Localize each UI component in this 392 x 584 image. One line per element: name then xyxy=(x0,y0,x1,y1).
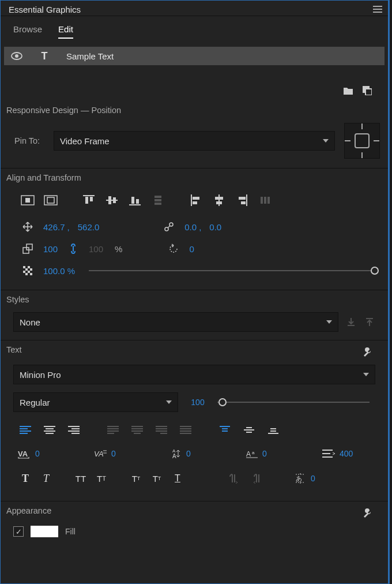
anchor-y[interactable]: 0.0 xyxy=(209,222,221,232)
bold-icon[interactable]: T xyxy=(18,471,33,486)
tab-browse[interactable]: Browse xyxy=(13,24,42,39)
ltr-icon[interactable] xyxy=(225,471,240,486)
fill-checkbox[interactable] xyxy=(13,526,24,537)
allcaps-icon[interactable]: TT xyxy=(73,471,88,486)
font-weight-value: Regular xyxy=(20,398,50,407)
justify-right-icon[interactable] xyxy=(154,422,169,437)
justify-center-icon[interactable] xyxy=(130,422,145,437)
pin-to-dropdown[interactable]: Video Frame xyxy=(54,131,335,151)
align-right-icon[interactable] xyxy=(235,193,250,208)
underline-icon[interactable]: T xyxy=(170,471,185,486)
wrench-icon[interactable] xyxy=(361,507,373,519)
scale-icon[interactable] xyxy=(20,241,35,256)
tab-edit[interactable]: Edit xyxy=(58,24,73,39)
vtext-align-mid-icon[interactable] xyxy=(242,422,257,437)
style-push-down-icon[interactable] xyxy=(346,317,357,327)
align-hcenter-icon[interactable] xyxy=(212,193,227,208)
svg-rect-11 xyxy=(90,197,93,201)
align-bottom-icon[interactable] xyxy=(127,193,142,208)
scale-percent: % xyxy=(115,244,122,254)
font-dropdown[interactable]: Minion Pro xyxy=(13,365,375,384)
svg-rect-8 xyxy=(47,197,54,203)
svg-rect-31 xyxy=(264,197,266,204)
font-size-value[interactable]: 100 xyxy=(191,398,204,407)
style-push-up-icon[interactable] xyxy=(365,317,375,327)
layer-row[interactable]: T Sample Text xyxy=(4,47,385,65)
svg-rect-38 xyxy=(23,266,25,268)
opacity-slider[interactable] xyxy=(89,270,375,271)
align-vcenter-icon[interactable] xyxy=(104,193,119,208)
font-size-slider[interactable] xyxy=(217,402,370,403)
svg-rect-36 xyxy=(23,248,29,253)
appearance-section: Appearance Fill xyxy=(1,501,388,545)
svg-point-1 xyxy=(15,54,18,58)
align-top-icon[interactable] xyxy=(81,193,96,208)
wrench-icon[interactable] xyxy=(361,346,373,358)
italic-icon[interactable]: T xyxy=(39,471,54,486)
new-folder-icon[interactable] xyxy=(343,86,353,95)
new-layer-icon[interactable] xyxy=(363,86,372,95)
svg-rect-17 xyxy=(136,199,139,204)
svg-text:A: A xyxy=(246,450,251,458)
tracking-icon[interactable]: VA xyxy=(94,448,108,459)
tracking-value[interactable]: 0 xyxy=(111,449,116,458)
superscript-icon[interactable]: TT xyxy=(129,471,144,486)
distribute-v-icon[interactable] xyxy=(150,193,165,208)
rotation-icon[interactable] xyxy=(166,241,181,256)
align-left-icon[interactable] xyxy=(189,193,203,208)
tsume2-value[interactable]: 0 xyxy=(311,474,315,483)
anchor-x[interactable]: 0.0 xyxy=(184,222,197,232)
rotation-value[interactable]: 0 xyxy=(189,244,194,254)
layer-name: Sample Text xyxy=(66,51,114,61)
tsume-value[interactable]: 400 xyxy=(340,449,353,458)
opacity-value[interactable]: 100.0 % xyxy=(43,266,75,276)
visibility-eye-icon[interactable] xyxy=(11,52,22,60)
position-y[interactable]: 562.0 xyxy=(78,222,100,232)
text-align-center-icon[interactable] xyxy=(42,422,57,437)
styles-dropdown[interactable]: None xyxy=(13,312,338,332)
tsume-icon[interactable] xyxy=(322,449,336,458)
svg-rect-16 xyxy=(131,197,134,204)
kerning-icon[interactable]: VA xyxy=(18,448,32,459)
justify-left-icon[interactable] xyxy=(105,422,120,437)
kerning-value[interactable]: 0 xyxy=(35,449,40,458)
panel-menu-icon[interactable] xyxy=(373,4,382,14)
svg-line-35 xyxy=(168,226,170,228)
link-icon[interactable] xyxy=(66,241,81,256)
vtext-align-bot-icon[interactable] xyxy=(266,422,281,437)
svg-text:あ: あ xyxy=(296,475,302,482)
align-parent-icon[interactable] xyxy=(43,193,58,208)
opacity-icon[interactable] xyxy=(20,263,35,278)
styles-value: None xyxy=(20,317,40,327)
svg-rect-4 xyxy=(365,89,372,95)
position-icon[interactable] xyxy=(20,219,35,234)
baseline-icon[interactable]: Aa xyxy=(246,448,259,459)
scale-row: 100 100 % 0 xyxy=(1,238,388,260)
tsume2-icon[interactable]: あ xyxy=(295,473,307,484)
svg-rect-25 xyxy=(215,197,223,200)
fill-color-swatch[interactable] xyxy=(31,526,58,537)
scale-linked: 100 xyxy=(89,244,103,254)
styles-section: Styles None xyxy=(1,290,388,340)
distribute-h-icon[interactable] xyxy=(258,193,273,208)
svg-rect-32 xyxy=(267,197,270,204)
svg-rect-42 xyxy=(23,271,25,273)
fill-label: Fill xyxy=(65,527,76,536)
justify-all-icon[interactable] xyxy=(178,422,193,437)
rtl-icon[interactable] xyxy=(250,471,265,486)
subscript-icon[interactable]: TT xyxy=(149,471,164,486)
chevron-down-icon xyxy=(166,400,172,404)
vtext-align-top-icon[interactable] xyxy=(217,422,232,437)
leading-icon[interactable]: AA xyxy=(170,448,183,459)
baseline-value[interactable]: 0 xyxy=(262,449,267,458)
pin-widget[interactable] xyxy=(344,123,380,159)
text-align-right-icon[interactable] xyxy=(66,422,81,437)
align-selection-icon[interactable] xyxy=(20,193,35,208)
position-x[interactable]: 426.7 xyxy=(43,222,65,232)
leading-value[interactable]: 0 xyxy=(186,449,191,458)
anchor-icon[interactable] xyxy=(161,219,176,234)
scale-value[interactable]: 100 xyxy=(43,244,58,254)
font-weight-dropdown[interactable]: Regular xyxy=(13,392,178,412)
text-align-left-icon[interactable] xyxy=(18,422,33,437)
smallcaps-icon[interactable]: TT xyxy=(94,471,109,486)
